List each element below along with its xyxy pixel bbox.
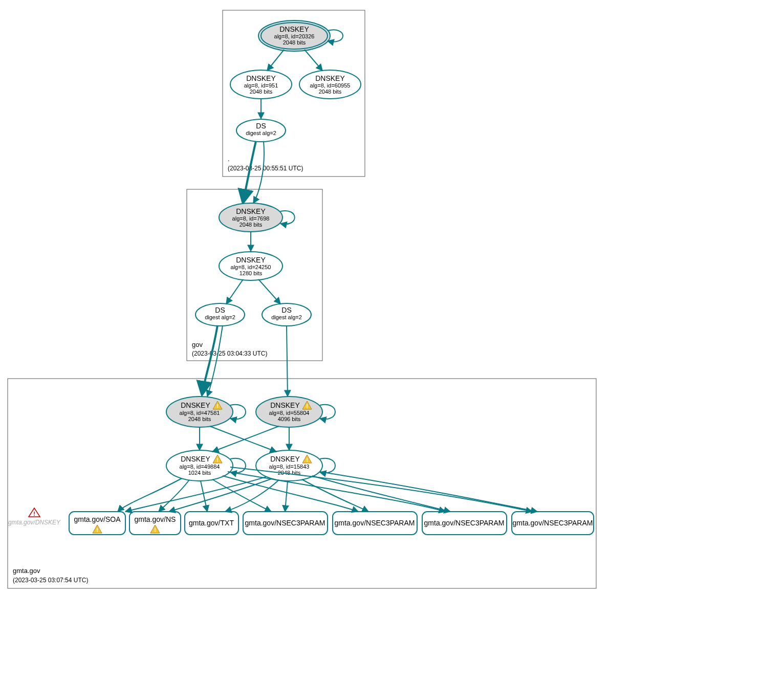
svg-text:2048 bits: 2048 bits <box>319 89 342 95</box>
leaf-n3p3: gmta.gov/NSEC3PARAM <box>422 512 507 535</box>
svg-text:DS: DS <box>256 122 266 130</box>
svg-text:gmta.gov/NSEC3PARAM: gmta.gov/NSEC3PARAM <box>245 519 325 527</box>
svg-text:gmta.gov/TXT: gmta.gov/TXT <box>189 519 234 527</box>
svg-text:digest alg=2: digest alg=2 <box>246 130 276 136</box>
svg-text:alg=8, id=49884: alg=8, id=49884 <box>180 464 220 470</box>
node-root-ds: DS digest alg=2 <box>236 119 286 142</box>
svg-text:DNSKEY: DNSKEY <box>270 401 300 409</box>
svg-text:4096 bits: 4096 bits <box>278 416 301 422</box>
node-root-zsk1: DNSKEY alg=8, id=951 2048 bits <box>230 70 292 99</box>
svg-text:2048 bits: 2048 bits <box>283 39 306 46</box>
svg-text:alg=8, id=24250: alg=8, id=24250 <box>231 264 271 270</box>
leaf-n3p4: gmta.gov/NSEC3PARAM <box>512 512 594 535</box>
cluster-gmta-time: (2023-03-25 03:07:54 UTC) <box>13 577 88 584</box>
svg-text:alg=8, id=15843: alg=8, id=15843 <box>269 464 310 470</box>
leaf-n3p1: gmta.gov/NSEC3PARAM <box>243 512 328 535</box>
svg-text:alg=8, id=47581: alg=8, id=47581 <box>180 410 220 416</box>
svg-text:!: ! <box>33 511 35 517</box>
node-gov-ds2: DS digest alg=2 <box>262 303 311 326</box>
svg-text:DNSKEY: DNSKEY <box>236 207 266 215</box>
svg-text:1280 bits: 1280 bits <box>239 270 263 276</box>
svg-text:gmta.gov/NS: gmta.gov/NS <box>135 515 176 523</box>
svg-text:gmta.gov/NSEC3PARAM: gmta.gov/NSEC3PARAM <box>335 519 415 527</box>
svg-text:DNSKEY: DNSKEY <box>270 455 300 463</box>
leaf-txt: gmta.gov/TXT <box>185 512 238 535</box>
svg-text:DNSKEY: DNSKEY <box>181 455 210 463</box>
node-gmta-ksk2: DNSKEY alg=8, id=55804 4096 bits <box>256 397 322 427</box>
cluster-gov-time: (2023-03-25 03:04:33 UTC) <box>192 350 267 357</box>
svg-text:alg=8, id=7698: alg=8, id=7698 <box>232 215 270 222</box>
svg-text:DNSKEY: DNSKEY <box>315 74 345 82</box>
svg-text:gmta.gov/DNSKEY: gmta.gov/DNSKEY <box>8 519 61 526</box>
node-gov-ksk: DNSKEY alg=8, id=7698 2048 bits <box>219 203 282 232</box>
leaf-n3p2: gmta.gov/NSEC3PARAM <box>333 512 417 535</box>
leaf-soa: gmta.gov/SOA <box>69 512 125 535</box>
node-root-ksk: DNSKEY alg=8, id=20326 2048 bits <box>258 20 330 51</box>
svg-text:DS: DS <box>281 306 291 314</box>
svg-text:DS: DS <box>215 306 225 314</box>
node-root-zsk2: DNSKEY alg=8, id=60955 2048 bits <box>299 70 361 99</box>
svg-text:alg=8, id=55804: alg=8, id=55804 <box>269 410 310 416</box>
node-gov-zsk: DNSKEY alg=8, id=24250 1280 bits <box>219 252 282 280</box>
svg-text:alg=8, id=951: alg=8, id=951 <box>244 82 278 89</box>
svg-text:gmta.gov/NSEC3PARAM: gmta.gov/NSEC3PARAM <box>513 519 593 527</box>
cluster-gmta-label: gmta.gov <box>13 567 40 575</box>
svg-text:alg=8, id=60955: alg=8, id=60955 <box>310 82 351 89</box>
svg-text:alg=8, id=20326: alg=8, id=20326 <box>274 33 315 39</box>
dnssec-graph: ! . (2023-03-25 00:55:51 UTC) DNSKEY alg… <box>0 0 784 682</box>
cluster-root-time: (2023-03-25 00:55:51 UTC) <box>228 165 303 172</box>
svg-text:DNSKEY: DNSKEY <box>181 401 210 409</box>
svg-text:digest alg=2: digest alg=2 <box>205 314 235 320</box>
svg-text:gmta.gov/SOA: gmta.gov/SOA <box>74 515 121 523</box>
svg-text:2048 bits: 2048 bits <box>239 222 263 228</box>
cluster-root-label: . <box>228 155 230 163</box>
svg-text:2048 bits: 2048 bits <box>250 89 273 95</box>
svg-text:DNSKEY: DNSKEY <box>246 74 276 82</box>
svg-text:digest alg=2: digest alg=2 <box>271 314 302 320</box>
svg-text:1024 bits: 1024 bits <box>188 470 211 476</box>
leaf-ns: gmta.gov/NS <box>129 512 181 535</box>
node-gov-ds1: DS digest alg=2 <box>195 303 245 326</box>
node-gmta-ksk1: DNSKEY alg=8, id=47581 2048 bits <box>166 397 233 427</box>
svg-text:gmta.gov/NSEC3PARAM: gmta.gov/NSEC3PARAM <box>424 519 505 527</box>
svg-text:DNSKEY: DNSKEY <box>279 25 309 33</box>
svg-text:2048 bits: 2048 bits <box>188 416 211 422</box>
cluster-gov-label: gov <box>192 341 203 348</box>
svg-text:DNSKEY: DNSKEY <box>236 256 266 264</box>
ghost-dnskey: ! gmta.gov/DNSKEY <box>8 508 61 526</box>
